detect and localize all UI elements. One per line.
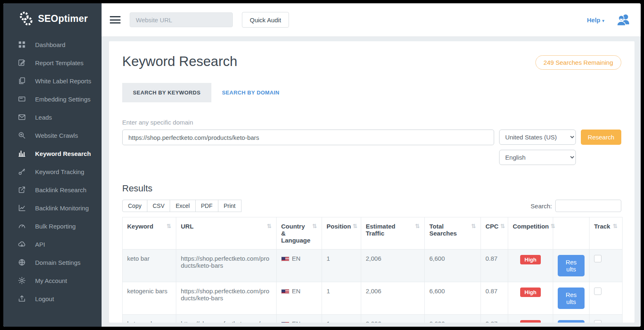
keyword-research-icon: [18, 149, 26, 158]
total-searches-cell: 6,600: [425, 250, 481, 282]
sidebar-item[interactable]: Backlink Research: [3, 181, 102, 199]
export-button[interactable]: Print: [218, 200, 242, 212]
sidebar-item[interactable]: API: [3, 235, 102, 253]
my-account-icon: [18, 276, 26, 285]
results-button[interactable]: Results: [558, 320, 585, 323]
table-header-row: Keyword⇅ URL⇅ Country & Language⇅ Positi…: [123, 217, 623, 250]
sidebar: SEOptimer Dashboard Report Templates Whi…: [3, 3, 102, 327]
export-button[interactable]: CSV: [147, 200, 170, 212]
col-header-keyword[interactable]: Keyword⇅: [123, 217, 176, 250]
sidebar-item[interactable]: Report Templates: [3, 54, 102, 72]
keyword-cell: keto bar: [123, 250, 176, 282]
country-select[interactable]: United States (US): [499, 130, 576, 145]
action-cell: Results: [553, 315, 590, 323]
total-searches-cell: 6,600: [425, 282, 481, 315]
logout-icon: [18, 295, 26, 303]
hamburger-menu-icon[interactable]: [110, 16, 121, 24]
sidebar-item-label: Backlink Research: [35, 186, 86, 193]
track-cell: [590, 315, 623, 323]
estimated-traffic-cell: 2,006: [361, 250, 425, 282]
seoptimer-gears-icon: [18, 11, 34, 26]
chevron-down-icon: ▾: [602, 18, 604, 23]
sort-icon: ⇅: [267, 223, 272, 230]
track-cell: [590, 250, 623, 282]
sidebar-item-label: Backlink Monitoring: [35, 205, 89, 212]
position-cell: 1: [322, 315, 361, 323]
domain-settings-icon: [18, 258, 26, 266]
table-search-input[interactable]: [555, 200, 621, 212]
sort-icon: ⇅: [353, 223, 358, 230]
sort-icon: ⇅: [312, 223, 317, 244]
keyword-cell: ketones bar: [123, 315, 176, 323]
col-header-track[interactable]: Track⇅: [590, 217, 623, 250]
sidebar-item[interactable]: Bulk Reporting: [3, 217, 102, 235]
api-icon: [18, 240, 26, 248]
results-heading: Results: [122, 183, 621, 194]
export-button[interactable]: Excel: [170, 200, 195, 212]
language-select[interactable]: English: [499, 150, 576, 165]
results-button[interactable]: Results: [558, 255, 585, 276]
sidebar-item[interactable]: Keyword Tracking: [3, 163, 102, 181]
country-language-cell: EN: [277, 250, 322, 282]
content-card: Keyword Research 249 Searches Remaining …: [109, 41, 635, 323]
col-header-estimated-traffic[interactable]: Estimated Traffic⇅: [361, 217, 425, 250]
app-window: SEOptimer Dashboard Report Templates Whi…: [3, 3, 641, 327]
results-toolbar: Copy CSV Excel PDF Print Search:: [122, 200, 621, 212]
url-cell: https://shop.perfectketo.com/products/ke…: [176, 250, 277, 282]
sidebar-item[interactable]: Logout: [3, 290, 102, 308]
logo[interactable]: SEOptimer: [3, 3, 102, 33]
sidebar-item[interactable]: Website Crawls: [3, 126, 102, 144]
export-button-group: Copy CSV Excel PDF Print: [122, 200, 241, 212]
sidebar-item[interactable]: Keyword Research: [3, 144, 102, 163]
col-header-total-searches[interactable]: Total Searches⇅: [425, 217, 481, 250]
sidebar-item[interactable]: Embedding Settings: [3, 90, 102, 108]
keyword-cell: ketogenic bars: [123, 282, 176, 315]
table-row: ketogenic bars https://shop.perfectketo.…: [123, 282, 623, 315]
competition-cell: High: [508, 250, 553, 282]
sidebar-item[interactable]: Backlink Monitoring: [3, 199, 102, 217]
competition-badge: High: [520, 320, 541, 323]
position-cell: 1: [322, 282, 361, 315]
total-searches-cell: 6,600: [425, 315, 481, 323]
domain-input[interactable]: [122, 130, 494, 145]
research-button[interactable]: Research: [581, 130, 621, 145]
export-button[interactable]: PDF: [195, 200, 218, 212]
sort-icon: ⇅: [471, 223, 476, 237]
sort-icon: ⇅: [613, 223, 618, 230]
col-header-url[interactable]: URL⇅: [176, 217, 277, 250]
sidebar-item[interactable]: Domain Settings: [3, 253, 102, 271]
track-cell: [590, 282, 623, 315]
track-checkbox[interactable]: [594, 288, 601, 295]
track-checkbox[interactable]: [594, 255, 601, 262]
white-label-reports-icon: [18, 77, 26, 85]
sidebar-item-label: White Label Reports: [35, 78, 91, 85]
tab-search-by-keywords[interactable]: SEARCH BY KEYWORDS: [122, 83, 211, 102]
col-header-position[interactable]: Position⇅: [322, 217, 361, 250]
sidebar-item[interactable]: My Account: [3, 271, 102, 290]
track-checkbox[interactable]: [594, 320, 601, 323]
sidebar-item-label: API: [35, 241, 45, 248]
sidebar-item[interactable]: White Label Reports: [3, 72, 102, 90]
sort-icon: ⇅: [166, 223, 171, 230]
col-header-cpc[interactable]: CPC⇅: [481, 217, 508, 250]
users-icon[interactable]: [616, 14, 630, 26]
sidebar-nav: Dashboard Report Templates White Label R…: [3, 35, 102, 308]
sidebar-item[interactable]: Dashboard: [3, 35, 102, 54]
quick-audit-button[interactable]: Quick Audit: [242, 12, 289, 28]
col-header-country-language[interactable]: Country & Language⇅: [277, 217, 322, 250]
website-crawls-icon: [18, 131, 26, 139]
website-url-input[interactable]: [130, 12, 233, 27]
sidebar-item-label: My Account: [35, 277, 67, 284]
us-flag-icon: [281, 322, 289, 323]
results-button[interactable]: Results: [558, 288, 585, 309]
competition-badge: High: [520, 255, 541, 264]
export-button[interactable]: Copy: [122, 200, 147, 212]
sidebar-item-label: Report Templates: [35, 59, 83, 66]
sidebar-item[interactable]: Leads: [3, 108, 102, 126]
help-dropdown[interactable]: Help ▾: [587, 16, 604, 24]
position-cell: 1: [322, 250, 361, 282]
us-flag-icon: [281, 257, 289, 262]
col-header-competition[interactable]: Competition⇅: [508, 217, 553, 250]
competition-cell: High: [508, 315, 553, 323]
tab-search-by-domain[interactable]: SEARCH BY DOMAIN: [211, 83, 290, 102]
